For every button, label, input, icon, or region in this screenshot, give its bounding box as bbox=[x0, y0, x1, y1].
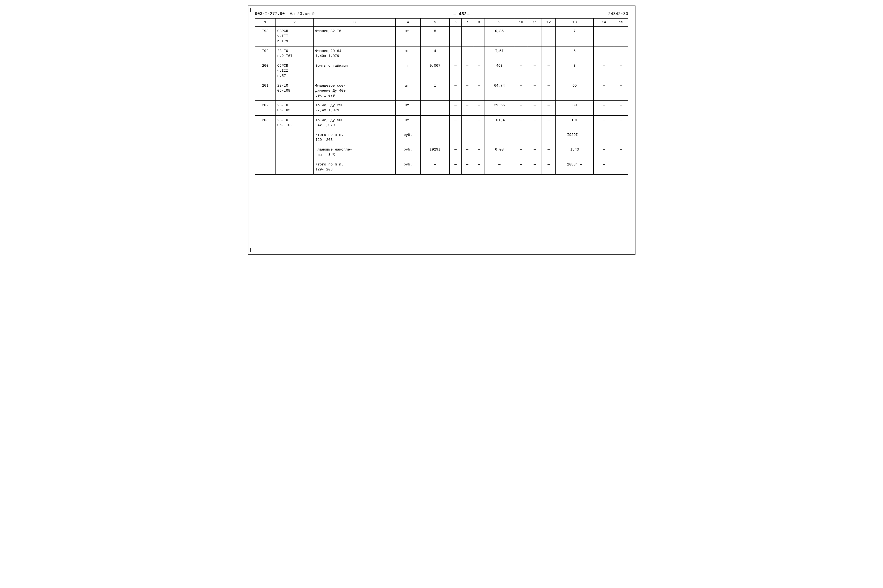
corner-tr bbox=[629, 8, 633, 12]
row-4-col-11: — bbox=[528, 101, 542, 116]
row-3-col-12: — bbox=[542, 81, 555, 101]
row-1-col-12: — bbox=[542, 46, 555, 61]
col-header-8: 8 bbox=[473, 18, 484, 27]
row-7-col-5: I929I bbox=[420, 145, 450, 160]
row-8-col-2 bbox=[275, 160, 313, 174]
row-8-col-4: руб. bbox=[396, 160, 420, 174]
col-header-1: 1 bbox=[255, 18, 275, 27]
row-8-col-9: — bbox=[485, 160, 514, 174]
row-8-col-6: — bbox=[450, 160, 461, 174]
row-4-col-14: — bbox=[594, 101, 614, 116]
row-0-col-7: — bbox=[461, 27, 473, 46]
row-4-col-12: — bbox=[542, 101, 555, 116]
col-header-4: 4 bbox=[396, 18, 420, 27]
row-5-col-14: — bbox=[594, 116, 614, 130]
row-1-col-5: 4 bbox=[420, 46, 450, 61]
row-6-col-3: Итого по п.п. I29- 203 bbox=[313, 130, 396, 145]
row-2-col-15: — bbox=[614, 61, 628, 81]
row-0-col-13: 7 bbox=[555, 27, 593, 46]
row-7-col-8: — bbox=[473, 145, 484, 160]
table-row: 20223-IO 06-IO5То же, Ду 250 27,4х I,079… bbox=[255, 101, 628, 116]
row-7-col-13: I543 bbox=[555, 145, 593, 160]
col-header-11: 11 bbox=[528, 18, 542, 27]
row-6-col-8: — bbox=[473, 130, 484, 145]
header-row: 903-I-277.90. Ал.23,кн.5 — 432— 24342-30 bbox=[255, 12, 628, 16]
table-row: 20I23-IO 06-I08Фланцевое сое- динение Ду… bbox=[255, 81, 628, 101]
row-6-col-4: руб. bbox=[396, 130, 420, 145]
row-5-col-1: 203 bbox=[255, 116, 275, 130]
row-1-col-10: — bbox=[514, 46, 528, 61]
row-5-col-15: — bbox=[614, 116, 628, 130]
row-8-col-13: 20834 — bbox=[555, 160, 593, 174]
row-3-col-14: — bbox=[594, 81, 614, 101]
row-2-col-1: 200 bbox=[255, 61, 275, 81]
row-6-col-2 bbox=[275, 130, 313, 145]
row-7-col-4: руб. bbox=[396, 145, 420, 160]
row-7-col-11: — bbox=[528, 145, 542, 160]
row-0-col-1: I98 bbox=[255, 27, 275, 46]
row-5-col-10: — bbox=[514, 116, 528, 130]
row-8-col-7: — bbox=[461, 160, 473, 174]
row-4-col-10: — bbox=[514, 101, 528, 116]
row-4-col-15: — bbox=[614, 101, 628, 116]
row-1-col-15: — bbox=[614, 46, 628, 61]
row-7-col-10: — bbox=[514, 145, 528, 160]
row-6-col-12: — bbox=[542, 130, 555, 145]
row-7-col-2 bbox=[275, 145, 313, 160]
doc-id: 903-I-277.90. Ал.23,кн.5 bbox=[255, 12, 315, 16]
row-0-col-4: шт. bbox=[396, 27, 420, 46]
row-3-col-10: — bbox=[514, 81, 528, 101]
row-1-col-11: — bbox=[528, 46, 542, 61]
row-3-col-2: 23-IO 06-I08 bbox=[275, 81, 313, 101]
row-5-col-9: IOI,4 bbox=[485, 116, 514, 130]
row-0-col-12: — bbox=[542, 27, 555, 46]
row-4-col-1: 202 bbox=[255, 101, 275, 116]
row-3-col-13: 65 bbox=[555, 81, 593, 101]
col-header-3: 3 bbox=[313, 18, 396, 27]
row-3-col-1: 20I bbox=[255, 81, 275, 101]
table-row: Плановые накопле- ния — 8 %руб.I929I———0… bbox=[255, 145, 628, 160]
row-2-col-5: 0,007 bbox=[420, 61, 450, 81]
row-7-col-7: — bbox=[461, 145, 473, 160]
row-3-col-6: — bbox=[450, 81, 461, 101]
row-6-col-15 bbox=[614, 130, 628, 145]
table-row: Итого по п.п. I29- 203руб.————————I929I … bbox=[255, 130, 628, 145]
row-4-col-6: — bbox=[450, 101, 461, 116]
row-8-col-11: — bbox=[528, 160, 542, 174]
row-8-col-15 bbox=[614, 160, 628, 174]
row-3-col-9: 64,74 bbox=[485, 81, 514, 101]
row-4-col-9: 29,56 bbox=[485, 101, 514, 116]
row-4-col-7: — bbox=[461, 101, 473, 116]
row-5-col-5: I bbox=[420, 116, 450, 130]
row-2-col-12: — bbox=[542, 61, 555, 81]
row-3-col-4: шт. bbox=[396, 81, 420, 101]
row-6-col-13: I929I — bbox=[555, 130, 593, 145]
row-3-col-11: — bbox=[528, 81, 542, 101]
row-6-col-7: — bbox=[461, 130, 473, 145]
row-5-col-3: То же, Ду 500 94х I,079 bbox=[313, 116, 396, 130]
row-1-col-9: I,5I bbox=[485, 46, 514, 61]
col-header-13: 13 bbox=[555, 18, 593, 27]
row-1-col-8: — bbox=[473, 46, 484, 61]
page-wrapper: 903-I-277.90. Ал.23,кн.5 — 432— 24342-30… bbox=[248, 6, 635, 255]
col-header-10: 10 bbox=[514, 18, 528, 27]
corner-tl bbox=[250, 8, 254, 12]
table-row: I9923-IO п.2-I6IФланец 20-64 I,40х I,079… bbox=[255, 46, 628, 61]
row-1-col-7: — bbox=[461, 46, 473, 61]
row-8-col-1 bbox=[255, 160, 275, 174]
row-8-col-14: — bbox=[594, 160, 614, 174]
row-2-col-14: — bbox=[594, 61, 614, 81]
row-6-col-10: — bbox=[514, 130, 528, 145]
row-3-col-3: Фланцевое сое- динение Ду 400 60х I,079 bbox=[313, 81, 396, 101]
row-2-col-4: т bbox=[396, 61, 420, 81]
row-2-col-8: — bbox=[473, 61, 484, 81]
corner-br bbox=[629, 248, 633, 252]
row-5-col-13: IOI bbox=[555, 116, 593, 130]
row-4-col-3: То же, Ду 250 27,4х I,079 bbox=[313, 101, 396, 116]
row-1-col-13: 6 bbox=[555, 46, 593, 61]
col-header-2: 2 bbox=[275, 18, 313, 27]
row-8-col-10: — bbox=[514, 160, 528, 174]
row-5-col-11: — bbox=[528, 116, 542, 130]
row-5-col-12: — bbox=[542, 116, 555, 130]
row-6-col-11: — bbox=[528, 130, 542, 145]
